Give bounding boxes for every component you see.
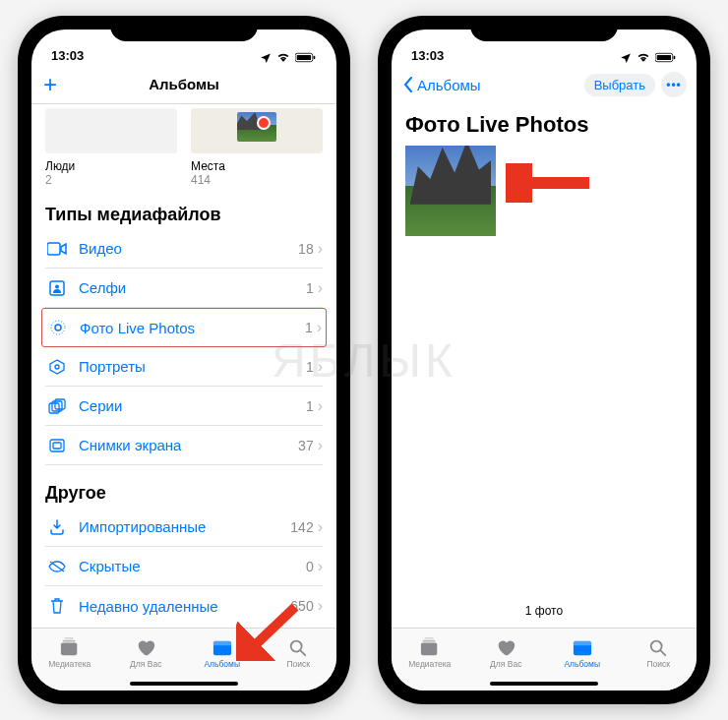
- foryou-icon: [495, 637, 516, 657]
- status-time: 13:03: [51, 48, 84, 63]
- tab-library[interactable]: Медиатека: [392, 629, 468, 677]
- row-hidden[interactable]: Скрытые 0 ›: [45, 547, 323, 586]
- places-thumbnail: [191, 108, 323, 153]
- svg-rect-25: [424, 637, 433, 639]
- row-selfie[interactable]: Селфи 1 ›: [45, 269, 323, 308]
- tab-library[interactable]: Медиатека: [31, 629, 108, 677]
- chevron-right-icon: ›: [318, 558, 323, 575]
- page-title: Фото Live Photos: [392, 104, 697, 144]
- svg-rect-14: [61, 642, 77, 655]
- chevron-right-icon: ›: [317, 319, 322, 336]
- svg-rect-18: [213, 640, 231, 645]
- svg-rect-3: [47, 243, 60, 255]
- nav-bar: Альбомы Выбрать •••: [392, 65, 697, 104]
- tab-search[interactable]: Поиск: [621, 629, 698, 677]
- tab-for-you[interactable]: Для Вас: [468, 629, 545, 677]
- people-thumbnail: [45, 108, 177, 153]
- svg-point-5: [55, 284, 59, 288]
- svg-rect-24: [422, 639, 435, 641]
- more-button[interactable]: •••: [661, 72, 687, 97]
- section-media-types: Типы медиафайлов: [45, 205, 323, 225]
- chevron-right-icon: ›: [318, 597, 323, 615]
- ellipsis-icon: •••: [666, 78, 682, 91]
- library-icon: [59, 637, 81, 657]
- svg-rect-23: [421, 642, 437, 655]
- row-video[interactable]: Видео 18 ›: [45, 229, 323, 269]
- trash-icon: [45, 598, 69, 614]
- back-button[interactable]: Альбомы: [403, 65, 481, 104]
- add-button[interactable]: +: [43, 65, 57, 103]
- row-live-photos[interactable]: Фото Live Photos 1 ›: [41, 308, 327, 347]
- svg-rect-2: [314, 56, 316, 59]
- album-tile-places[interactable]: Места 414: [191, 108, 323, 187]
- chevron-right-icon: ›: [318, 518, 323, 536]
- tab-albums[interactable]: Альбомы: [544, 629, 621, 677]
- photo-count: 1 фото: [392, 604, 697, 618]
- svg-point-8: [55, 365, 59, 369]
- row-bursts[interactable]: Серии 1 ›: [45, 387, 323, 426]
- selfie-icon: [45, 280, 69, 296]
- svg-rect-13: [53, 443, 61, 449]
- import-icon: [45, 519, 69, 535]
- albums-icon: [212, 637, 233, 657]
- svg-point-6: [55, 325, 61, 330]
- chevron-right-icon: ›: [318, 240, 323, 258]
- photo-thumbnail[interactable]: [405, 146, 496, 236]
- search-icon: [647, 637, 669, 657]
- home-indicator: [130, 682, 238, 686]
- phone-right: 13:03 Альбомы Выбрать ••• Фото Live Phot…: [378, 16, 710, 704]
- burst-icon: [45, 398, 69, 414]
- hidden-icon: [45, 560, 69, 573]
- svg-point-19: [291, 640, 302, 651]
- library-icon: [419, 637, 441, 657]
- search-icon: [287, 637, 309, 657]
- svg-rect-12: [50, 440, 64, 451]
- notch: [470, 16, 618, 41]
- home-indicator: [490, 682, 598, 686]
- live-photos-icon: [46, 319, 70, 336]
- status-icons: [620, 52, 677, 63]
- nav-bar: + Альбомы: [31, 65, 336, 104]
- svg-rect-16: [64, 637, 73, 639]
- page-title: Альбомы: [149, 76, 219, 92]
- svg-rect-27: [574, 640, 591, 645]
- tab-albums[interactable]: Альбомы: [184, 629, 261, 677]
- row-recently-deleted[interactable]: Недавно удаленные 650 ›: [45, 586, 323, 626]
- chevron-right-icon: ›: [318, 279, 323, 297]
- status-icons: [260, 52, 317, 63]
- select-button[interactable]: Выбрать: [584, 74, 655, 96]
- album-tile-people[interactable]: Люди 2: [45, 108, 177, 187]
- tab-search[interactable]: Поиск: [261, 629, 337, 677]
- chevron-right-icon: ›: [318, 437, 323, 454]
- svg-rect-21: [657, 55, 671, 60]
- section-other: Другое: [45, 483, 323, 504]
- albums-icon: [572, 637, 593, 657]
- tab-for-you[interactable]: Для Вас: [108, 629, 185, 677]
- svg-rect-15: [62, 639, 75, 641]
- chevron-right-icon: ›: [318, 397, 323, 415]
- notch: [110, 16, 258, 41]
- svg-point-7: [51, 321, 65, 334]
- portrait-icon: [45, 359, 69, 375]
- foryou-icon: [135, 637, 156, 657]
- svg-rect-1: [297, 55, 311, 60]
- row-screenshots[interactable]: Снимки экрана 37 ›: [45, 426, 323, 465]
- chevron-left-icon: [403, 77, 413, 92]
- phone-left: 13:03 + Альбомы Люди 2: [18, 16, 350, 704]
- svg-point-28: [651, 640, 662, 651]
- screenshot-icon: [45, 438, 69, 453]
- row-imported[interactable]: Импортированные 142 ›: [45, 508, 323, 547]
- svg-rect-22: [674, 56, 676, 59]
- video-icon: [45, 242, 69, 256]
- row-portraits[interactable]: Портреты 1 ›: [45, 347, 323, 387]
- status-time: 13:03: [411, 48, 444, 63]
- chevron-right-icon: ›: [318, 358, 323, 376]
